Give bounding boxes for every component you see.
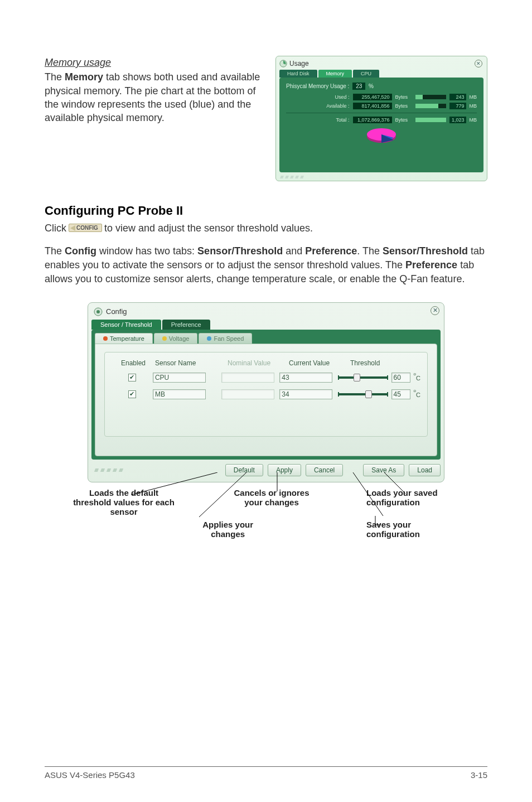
annot-saveas: Saves your configuration (366, 520, 461, 539)
table-header: Enabled Sensor Name Nominal Value Curren… (112, 357, 420, 369)
row-unit2: MB (470, 94, 477, 100)
row-bytes: 255,467,520 (353, 94, 392, 100)
tab-preference[interactable]: Preference (162, 320, 210, 330)
t: and (283, 245, 305, 257)
cancel-button[interactable]: Cancel (306, 464, 343, 476)
t: Fan Speed (214, 335, 244, 342)
phy-mem-label: Phisycal Memory Usage : 23 % (286, 83, 477, 89)
resize-grip[interactable] (95, 468, 123, 472)
row-mb: 243 (449, 94, 466, 100)
footer-left: ASUS V4-Series P5G43 (45, 770, 135, 780)
tab-memory[interactable]: Memory (318, 70, 352, 78)
row-unit: Bytes (395, 117, 412, 123)
threshold-slider[interactable] (338, 376, 388, 379)
apply-button[interactable]: Apply (268, 464, 301, 476)
t: Sensor/Threshold (197, 245, 283, 257)
hdr-enabled: Enabled (112, 359, 155, 367)
config-icon (94, 307, 103, 316)
t: Phisycal Memory Usage : (286, 83, 349, 89)
usage-window: Usage ✕ Hard Disk Memory CPU Phisycal Me… (275, 56, 487, 181)
t: Click (45, 223, 66, 234)
t: Voltage (169, 335, 190, 342)
nominal-field (221, 389, 274, 399)
row-label: Used : (319, 94, 350, 100)
hdr-current: Current Value (289, 359, 350, 367)
threshold-slider[interactable] (338, 393, 388, 395)
hdr-sensor: Sensor Name (155, 359, 228, 367)
annot-load: Loads your saved configuration (366, 488, 461, 516)
enable-checkbox[interactable]: ✔ (128, 390, 136, 398)
row-label: Available : (319, 103, 350, 109)
hdr-threshold: Threshold (350, 359, 420, 367)
saveas-button[interactable]: Save As (363, 464, 404, 476)
unit-label: oC (414, 390, 420, 398)
tab-harddisk[interactable]: Hard Disk (279, 70, 317, 78)
usage-row: Available : 817,401,856 Bytes 779 MB (286, 103, 477, 109)
config-para: The Config window has two tabs: Sensor/T… (45, 244, 487, 287)
row-mb: 1,023 (449, 117, 466, 123)
current-field: 34 (279, 389, 332, 399)
threshold-value[interactable]: 60 (391, 373, 410, 383)
config-title: Config (91, 306, 441, 317)
row-bar (415, 95, 446, 99)
sensor-name-field[interactable]: MB (153, 389, 206, 399)
row-unit: Bytes (395, 94, 412, 100)
threshold-value[interactable]: 45 (391, 389, 410, 399)
svg-point-4 (96, 310, 100, 313)
pie-chart (365, 127, 398, 144)
t: The (45, 71, 65, 83)
phy-pct: 23 (352, 83, 365, 90)
tab-sensor-threshold[interactable]: Sensor / Threshold (91, 320, 161, 330)
annot-default: Loads the default threshold values for e… (71, 488, 177, 516)
memory-usage-heading: Memory usage (45, 56, 265, 69)
tab-temperature[interactable]: Temperature (95, 333, 153, 344)
row-label: Total : (319, 117, 350, 123)
mem-para: The Memory tab shows both used and avail… (45, 71, 260, 123)
nominal-field (221, 373, 274, 383)
enable-checkbox[interactable]: ✔ (128, 374, 136, 381)
t: to view and adjust the sensor threshold … (104, 223, 313, 234)
config-window: Config ✕ Sensor / Threshold Preference T… (88, 302, 444, 482)
tab-cpu[interactable]: CPU (353, 70, 379, 78)
usage-row: Total : 1,072,869,376 Bytes 1,023 MB (286, 117, 477, 123)
row-bar (415, 104, 446, 108)
t: . The (357, 245, 383, 257)
t: Usage (289, 60, 309, 67)
load-button[interactable]: Load (409, 464, 441, 476)
annot-apply: Applies your changes (186, 520, 270, 539)
table-row: ✔ CPU 43 60 oC (112, 369, 420, 386)
usage-icon (279, 60, 287, 67)
close-icon[interactable]: ✕ (475, 60, 482, 67)
close-icon[interactable]: ✕ (431, 306, 439, 315)
row-mb: 779 (449, 103, 466, 109)
resize-grip[interactable] (280, 176, 303, 178)
row-bytes: 817,401,856 (353, 103, 392, 109)
footer-right: 3-15 (471, 770, 487, 780)
current-field: 43 (279, 373, 332, 383)
fan-icon (207, 336, 211, 341)
t: Preference (305, 245, 357, 257)
tab-fanspeed[interactable]: Fan Speed (199, 333, 252, 344)
t: The (45, 245, 65, 257)
t: Config (65, 245, 96, 257)
hdr-nominal: Nominal Value (228, 359, 289, 367)
config-button-inline: CONFIG (69, 224, 102, 232)
table-row: ✔ MB 34 45 oC (112, 386, 420, 403)
t: CONFIG (76, 225, 98, 231)
unit-label: oC (414, 374, 420, 381)
sensor-name-field[interactable]: CPU (153, 373, 206, 383)
row-unit2: MB (470, 117, 477, 123)
usage-row: Used : 255,467,520 Bytes 243 MB (286, 94, 477, 100)
annotations: Loads the default threshold values for e… (71, 488, 461, 539)
annot-cancel: Cancels or ignores your changes (233, 488, 311, 516)
configuring-heading: Configuring PC Probe II (45, 204, 487, 218)
t: Sensor/Threshold (383, 245, 468, 257)
row-unit2: MB (470, 103, 477, 109)
t: Preference (405, 259, 457, 270)
usage-title: Usage (279, 60, 483, 67)
default-button[interactable]: Default (225, 464, 263, 476)
t: Temperature (110, 335, 144, 342)
row-bytes: 1,072,869,376 (353, 117, 392, 123)
t: window has two tabs: (96, 245, 197, 257)
tab-voltage[interactable]: Voltage (154, 333, 198, 344)
